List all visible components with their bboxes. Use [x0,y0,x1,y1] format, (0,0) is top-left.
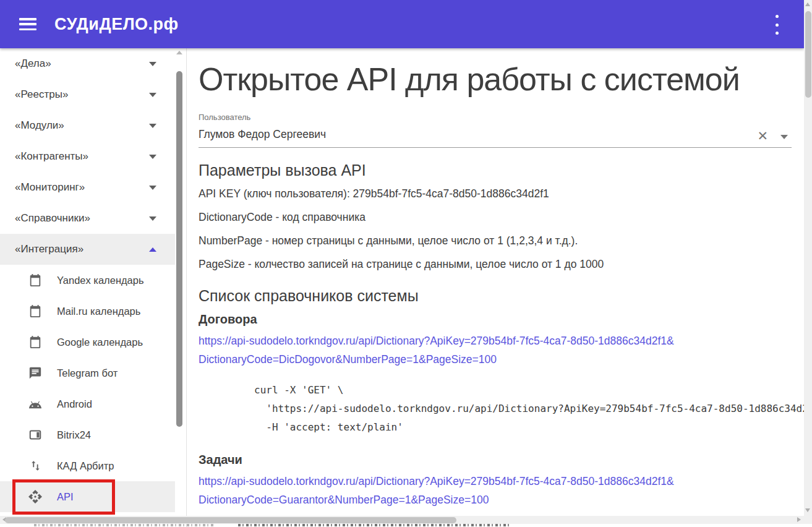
clipped-content-strip [34,524,213,526]
sidebar-item-moduli[interactable]: «Модули» [0,110,175,141]
subsection-heading-zadachi: Задачи [199,453,804,467]
hamburger-icon[interactable] [19,18,36,30]
sidebar-item-dela[interactable]: «Дела» [0,48,175,79]
param-line: NumberPage - номер страницы с данными, ц… [199,231,804,250]
chevron-down-icon [149,93,156,97]
sidebar-item-mailru-calendar[interactable]: Mail.ru календарь [0,296,175,327]
chevron-down-icon [149,62,156,66]
chevron-down-icon [149,186,156,190]
sidebar-item-integraciya[interactable]: «Интеграция» [0,234,175,265]
page-title: Открытое API для работы с системой [199,61,804,98]
sidebar-item-label: Telegram бот [57,367,118,379]
sidebar-item-monitoring[interactable]: «Мониторинг» [0,172,175,203]
sidebar-item-google-calendar[interactable]: Google календарь [0,327,175,358]
sidebar-item-label: «Мониторинг» [15,181,85,194]
app-header: СУДиДЕЛО.рф [0,0,804,48]
calendar-icon [28,304,43,319]
window-vertical-scrollbar[interactable] [804,0,812,516]
app-title: СУДиДЕЛО.рф [54,15,179,34]
sidebar-item-label: Android [57,398,92,410]
sidebar-item-label: «Справочники» [15,212,90,225]
sidebar-item-label: Mail.ru календарь [57,306,140,317]
sidebar-item-label: «Контрагенты» [15,150,88,163]
vertical-scrollbar-thumb[interactable] [805,11,811,98]
calendar-icon [28,273,43,288]
sidebar-item-reestry[interactable]: «Реестры» [0,79,175,110]
horizontal-scrollbar-thumb[interactable] [5,517,456,523]
sidebar-item-label: «Интеграция» [15,243,83,255]
param-line: PageSize - колчество записей на странице… [199,255,804,273]
section-heading-dictionaries: Список справочников системы [199,287,804,305]
chevron-down-icon [149,124,156,128]
sidebar-item-label: Yandex календарь [57,275,144,286]
sidebar-scrollbar[interactable] [176,48,183,521]
sidebar-nav: «Дела» «Реестры» «Модули» «Контрагенты» … [0,48,175,512]
sidebar-item-api[interactable]: API [0,481,175,512]
calendar-icon [28,335,43,349]
user-select-field[interactable]: Пользователь Глумов Федор Сергеевич ✕ [199,113,804,148]
sidebar-item-label: «Модули» [15,119,64,132]
api-link-zadachi[interactable]: https://api-sudodelo.torkndgov.ru/api/Di… [199,472,676,509]
user-field-label: Пользователь [199,113,792,122]
sidebar-item-label: «Дела» [15,58,51,70]
scroll-down-icon[interactable] [805,508,810,512]
param-line: API KEY (ключ пользователя): 279b54bf-7f… [199,184,804,203]
curl-code-block: curl -X 'GET' \ 'https://api-sudodelo.to… [254,381,804,437]
sidebar-item-label: Google календарь [57,336,143,348]
sidebar-scrollbar-thumb[interactable] [176,71,182,427]
subsection-heading-dogovora: Договора [199,312,804,327]
sidebar-item-telegram-bot[interactable]: Telegram бот [0,358,175,388]
param-line: DictionaryCode - код справочника [199,208,804,226]
sidebar-item-label: КАД Арбитр [57,460,114,472]
scroll-up-icon[interactable] [176,51,182,54]
kebab-menu-icon[interactable] [776,15,779,35]
main-content: Открытое API для работы с системой Польз… [187,48,804,516]
api-icon [28,489,43,504]
sidebar-item-spravochniki[interactable]: «Справочники» [0,203,175,234]
sidebar-item-label: API [57,491,74,503]
sidebar-item-bitrix24[interactable]: Bitrix24 [0,419,175,450]
sidebar-item-kontragenty[interactable]: «Контрагенты» [0,141,175,172]
sidebar-item-kad-arbitr[interactable]: КАД Арбитр [0,450,175,481]
scroll-up-icon[interactable] [805,2,810,6]
section-heading-params: Параметры вызова API [199,161,804,179]
chevron-up-icon [149,247,156,252]
chevron-down-icon [149,155,156,159]
sidebar: «Дела» «Реестры» «Модули» «Контрагенты» … [0,48,187,527]
api-link-dogovora[interactable]: https://api-sudodelo.torkndgov.ru/api/Di… [199,332,676,369]
android-icon [28,396,43,411]
app-window: СУДиДЕЛО.рф «Дела» «Реестры» «Модули» «К… [0,0,812,527]
split-panel-icon [28,427,43,442]
close-icon[interactable]: ✕ [757,129,768,144]
sidebar-item-android[interactable]: Android [0,388,175,419]
user-field-value[interactable]: Глумов Федор Сергеевич [199,128,792,148]
window-horizontal-scrollbar[interactable] [0,516,812,524]
sidebar-item-yandex-calendar[interactable]: Yandex календарь [0,265,175,296]
sidebar-item-label: «Реестры» [15,88,68,101]
scroll-right-icon[interactable] [797,517,801,522]
import-export-icon [28,458,43,473]
clipped-content-strip [238,524,510,526]
chat-icon [28,366,43,380]
sidebar-item-label: Bitrix24 [57,429,91,441]
chevron-down-icon[interactable] [780,135,788,139]
chevron-down-icon [149,216,156,221]
